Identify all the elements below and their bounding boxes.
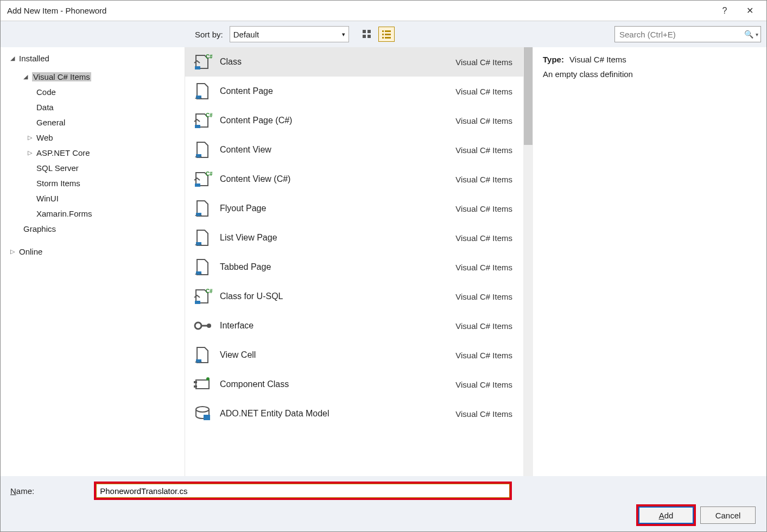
template-row[interactable]: Component ClassVisual C# Items xyxy=(185,370,523,399)
svg-rect-27 xyxy=(195,301,200,304)
template-icon: C# xyxy=(193,111,212,130)
template-row[interactable]: ADO.NET Entity Data ModelVisual C# Items xyxy=(185,399,523,428)
tree-winui[interactable]: WinUI xyxy=(5,191,180,206)
name-input-highlight xyxy=(94,482,512,500)
template-name: Flyout Page xyxy=(220,204,448,213)
svg-point-28 xyxy=(195,322,201,329)
template-name: Content Page (C#) xyxy=(220,116,448,125)
svg-rect-0 xyxy=(363,30,366,33)
tree-graphics[interactable]: Graphics xyxy=(5,221,180,236)
template-icon: < > xyxy=(193,228,212,248)
collapse-icon: ◢ xyxy=(10,55,18,62)
window-title: Add New Item - Phoneword xyxy=(7,6,712,15)
template-row[interactable]: InterfaceVisual C# Items xyxy=(185,311,523,340)
tree-data[interactable]: Data xyxy=(5,99,180,115)
svg-text:< >: < > xyxy=(195,154,202,160)
template-name: Class for U-SQL xyxy=(220,292,448,301)
footer: Name: Add Cancel xyxy=(1,476,766,531)
sort-by-label: Sort by: xyxy=(195,30,223,39)
template-icon: < > xyxy=(193,81,212,101)
svg-rect-2 xyxy=(363,35,366,38)
template-name: ADO.NET Entity Data Model xyxy=(220,409,448,419)
svg-point-37 xyxy=(196,407,209,412)
template-category: Visual C# Items xyxy=(455,380,512,389)
template-row[interactable]: C#ClassVisual C# Items xyxy=(185,47,523,77)
scrollbar-thumb[interactable] xyxy=(524,47,533,145)
template-row[interactable]: < >Content ViewVisual C# Items xyxy=(185,135,523,164)
svg-rect-7 xyxy=(385,34,391,35)
template-row[interactable]: C#Class for U-SQLVisual C# Items xyxy=(185,282,523,311)
template-list: C#ClassVisual C# Items< >Content PageVis… xyxy=(185,47,523,476)
template-category: Visual C# Items xyxy=(455,263,512,272)
template-icon: < > xyxy=(193,345,212,365)
template-row[interactable]: C#Content Page (C#)Visual C# Items xyxy=(185,106,523,135)
svg-rect-5 xyxy=(385,30,391,32)
sort-by-value: Default xyxy=(233,30,259,39)
template-icon: C# xyxy=(193,287,212,306)
add-button[interactable]: Add xyxy=(638,506,694,524)
detail-pane: Type: Visual C# Items An empty class def… xyxy=(533,47,766,476)
template-category: Visual C# Items xyxy=(455,145,512,155)
template-name: Tabbed Page xyxy=(220,262,448,272)
tree-code[interactable]: Code xyxy=(5,84,180,99)
detail-description: An empty class definition xyxy=(543,69,757,79)
template-category: Visual C# Items xyxy=(455,292,512,301)
template-name: Content View (C#) xyxy=(220,174,448,184)
svg-text:C#: C# xyxy=(206,54,212,60)
view-list-button[interactable] xyxy=(378,27,395,42)
help-button[interactable]: ? xyxy=(712,1,737,21)
svg-rect-1 xyxy=(367,30,371,33)
template-row[interactable]: C#Content View (C#)Visual C# Items xyxy=(185,164,523,194)
detail-type-value: Visual C# Items xyxy=(569,55,626,64)
template-name: View Cell xyxy=(220,350,448,360)
titlebar: Add New Item - Phoneword ? ✕ xyxy=(1,1,766,21)
svg-text:< >: < > xyxy=(195,271,202,277)
template-icon: C# xyxy=(193,169,212,189)
template-category: Visual C# Items xyxy=(455,87,512,96)
template-category: Visual C# Items xyxy=(455,409,512,419)
template-row[interactable]: < >List View PageVisual C# Items xyxy=(185,223,523,252)
svg-rect-9 xyxy=(385,37,391,39)
tree-storm-items[interactable]: Storm Items xyxy=(5,175,180,191)
svg-text:< >: < > xyxy=(195,96,202,101)
tree-web[interactable]: ▷Web xyxy=(5,130,180,145)
tree-installed[interactable]: ◢ Installed xyxy=(5,50,180,66)
svg-text:< >: < > xyxy=(195,242,202,248)
template-name: Component Class xyxy=(220,379,448,389)
template-name: Class xyxy=(220,57,448,67)
template-row[interactable]: < >Content PageVisual C# Items xyxy=(185,77,523,106)
template-row[interactable]: < >Flyout PageVisual C# Items xyxy=(185,194,523,223)
template-icon: < > xyxy=(193,257,212,277)
svg-text:C#: C# xyxy=(206,288,212,294)
template-category: Visual C# Items xyxy=(455,321,512,331)
tree-general[interactable]: General xyxy=(5,115,180,130)
tree-sql-server[interactable]: SQL Server xyxy=(5,160,180,175)
search-box[interactable]: 🔍 ▾ xyxy=(614,26,761,42)
template-row[interactable]: < >Tabbed PageVisual C# Items xyxy=(185,252,523,282)
template-icon: < > xyxy=(193,199,212,218)
name-label: Name: xyxy=(10,486,34,496)
tree-xamarin-forms[interactable]: Xamarin.Forms xyxy=(5,206,180,221)
search-icon[interactable]: 🔍 xyxy=(742,30,756,39)
template-row[interactable]: < >View CellVisual C# Items xyxy=(185,340,523,370)
search-input[interactable] xyxy=(619,30,742,39)
svg-text:< >: < > xyxy=(195,213,202,218)
template-icon: C# xyxy=(193,52,212,72)
cancel-button[interactable]: Cancel xyxy=(700,506,756,524)
svg-rect-11 xyxy=(195,66,200,69)
tree-visual-csharp-items[interactable]: ◢ Visual C# Items xyxy=(5,69,180,84)
close-button[interactable]: ✕ xyxy=(737,1,762,21)
tree-aspnet-core[interactable]: ▷ASP.NET Core xyxy=(5,145,180,160)
svg-point-30 xyxy=(207,324,211,328)
tree-online[interactable]: ▷ Online xyxy=(5,244,180,259)
sort-by-dropdown[interactable]: Default ▾ xyxy=(230,26,349,42)
template-icon xyxy=(193,404,212,423)
expand-icon: ▷ xyxy=(28,134,35,141)
name-input[interactable] xyxy=(96,484,510,498)
view-large-icons-button[interactable] xyxy=(359,27,375,42)
search-dropdown-icon[interactable]: ▾ xyxy=(756,31,758,37)
scrollbar[interactable] xyxy=(523,47,533,476)
svg-text:< >: < > xyxy=(195,359,202,365)
svg-point-36 xyxy=(206,377,210,381)
template-category: Visual C# Items xyxy=(455,116,512,125)
